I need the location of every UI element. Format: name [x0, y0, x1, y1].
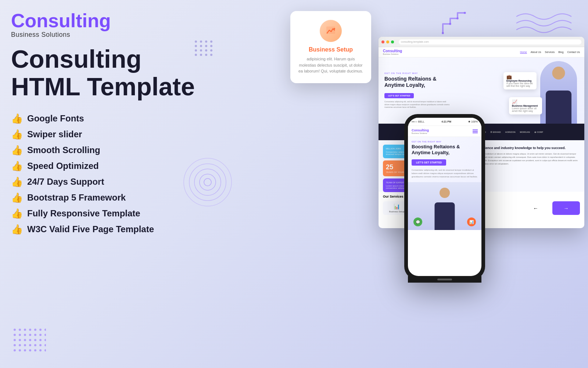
card-employee-icon: 💼	[506, 74, 534, 79]
browser-dot-yellow	[386, 40, 389, 43]
feature-item-6: 👍 Bootstrap 5 Framework	[11, 191, 217, 205]
hamburger-menu[interactable]	[473, 130, 478, 133]
left-panel: Consulting Business Solutions Consulting…	[11, 11, 217, 237]
service-card-nav-prev[interactable]: ←	[522, 201, 549, 215]
phone-status-left: •••○○ BELL	[412, 120, 424, 123]
thumb-icon-6: 👍	[11, 192, 23, 204]
phone-person-area: 💬 📊	[408, 182, 481, 230]
phone-icon-orange: 📊	[467, 217, 476, 226]
feature-item-7: 👍 Fully Responsive Template	[11, 206, 217, 221]
deco-dots-bottom	[13, 328, 46, 355]
phone-status-right: ✱ 100%	[468, 120, 478, 123]
feature-item-1: 👍 Google Fonts	[11, 112, 217, 126]
phone-status-bar: •••○○ BELL 4:21 PM ✱ 100%	[408, 118, 481, 126]
feature-item-2: 👍 Swiper slider	[11, 127, 217, 142]
phone-hero-title: Boosting Reltaions & Anytime Loyalty,	[412, 144, 478, 155]
service-card-nav-next[interactable]: →	[552, 201, 580, 215]
nav-link-contact: Contact Us	[567, 51, 580, 54]
partner-2: ⚙ BRAND	[490, 131, 501, 133]
nav-link-about: About Us	[531, 51, 541, 54]
svg-rect-1	[13, 328, 46, 354]
phone-nav: Consulting Business Solutions	[408, 126, 481, 137]
browser-dot-green	[391, 40, 394, 43]
site-hero: GET ON THE RIGHT WAY Boosting Reltaions …	[379, 57, 584, 124]
main-title: Consulting HTML Template	[11, 45, 217, 100]
nav-link-blog: Blog	[558, 51, 563, 54]
hamburger-line-3	[473, 132, 478, 133]
phone-hero: GET ON THE RIGHT WAY Boosting Reltaions …	[408, 137, 481, 182]
thumb-icon-8: 👍	[11, 224, 23, 235]
feature-label-4: Speed Optimized	[27, 161, 99, 171]
feature-item-4: 👍 Speed Optimized	[11, 159, 217, 173]
feature-item-8: 👍 W3C Valid Five Page Template	[11, 222, 217, 237]
feature-label-1: Google Fonts	[27, 113, 84, 124]
feature-item-3: 👍 Smooth Scrolling	[11, 143, 217, 158]
logo-subtitle: Business Solutions	[11, 31, 217, 39]
phone-home-circle	[437, 279, 452, 280]
thumb-icon-2: 👍	[11, 129, 23, 140]
thumb-icon-7: 👍	[11, 208, 23, 219]
site-nav: Consulting Business Solutions Home About…	[379, 47, 584, 57]
partner-logos: ✈ LOGO ⚙ BRAND HORIZON MORGAN ◈ CORP	[477, 131, 543, 133]
phone-cta-button[interactable]: LET'S GET STARTED	[412, 159, 446, 166]
browser-bar: consulting-template.com	[379, 37, 584, 47]
nav-link-home: Home	[520, 51, 527, 54]
thumb-icon-1: 👍	[11, 113, 23, 124]
site-nav-links: Home About Us Services Blog Contact Us	[520, 51, 580, 54]
hamburger-line-1	[473, 130, 478, 130]
phone-time: 4:21 PM	[441, 120, 451, 123]
floating-card-text: adipisicing elit. Harum quis molestias d…	[298, 56, 364, 74]
hamburger-line-2	[473, 131, 478, 132]
logo-brand: Consulting	[11, 11, 217, 30]
partner-5: ◈ CORP	[534, 131, 543, 133]
partner-3: HORIZON	[505, 131, 516, 133]
partner-4: MORGAN	[520, 131, 530, 133]
right-panel: Business Setup adipisicing elit. Harum q…	[202, 0, 588, 368]
floating-card: Business Setup adipisicing elit. Harum q…	[290, 11, 371, 83]
browser-dot-red	[381, 40, 384, 43]
site-nav-logo: Consulting Business Solutions	[383, 49, 402, 55]
feature-label-3: Smooth Scrolling	[27, 145, 100, 155]
feature-label-7: Fully Responsive Template	[27, 208, 140, 219]
nav-link-services: Services	[545, 51, 555, 54]
feature-label-6: Bootstrap 5 Framework	[27, 192, 126, 203]
phone-person-body	[435, 202, 455, 230]
site-card-mgmt: 📈 Business Management Lorem ipsum dolor …	[509, 97, 542, 114]
features-list: 👍 Google Fonts 👍 Swiper slider 👍 Smooth …	[11, 112, 217, 237]
phone-hero-desc: Consectetur adipiscing elit, sed do eius…	[412, 169, 478, 178]
svg-point-12	[334, 28, 335, 29]
feature-item-5: 👍 24/7 Days Support	[11, 175, 217, 189]
phone-screen: •••○○ BELL 4:21 PM ✱ 100% Consulting Bus…	[408, 118, 481, 276]
phone-person-head	[440, 188, 450, 198]
thumb-icon-5: 👍	[11, 176, 23, 188]
browser-url-bar: consulting-template.com	[399, 39, 581, 45]
phone-icon-green: 💬	[413, 217, 422, 226]
floating-card-title: Business Setup	[298, 46, 364, 53]
feature-label-5: 24/7 Days Support	[27, 177, 104, 187]
phone-nav-brand: Consulting Business Solutions	[412, 128, 429, 134]
logo-area: Consulting Business Solutions	[11, 11, 217, 39]
thumb-icon-4: 👍	[11, 160, 23, 172]
site-hero-eyebrow: GET ON THE RIGHT WAY	[384, 72, 578, 74]
site-hero-title: Boosting Reltaions & Anytime Loyalty,	[384, 76, 578, 88]
phone-eyebrow: GET ON THE RIGHT WAY	[412, 141, 478, 143]
phone-home-indicator	[408, 276, 481, 283]
feature-label-8: W3C Valid Five Page Template	[27, 224, 154, 234]
card-mgmt-icon: 📈	[512, 99, 539, 105]
site-cta-button[interactable]: LET'S GET STARTED	[384, 93, 414, 98]
site-card-employee: 💼 Employee Resourcing If you have the id…	[503, 72, 537, 89]
feature-label-2: Swiper slider	[27, 129, 82, 139]
business-setup-icon	[320, 20, 342, 42]
site-hero-desc: Consectetur adipiscing elit, sed do eius…	[384, 100, 451, 109]
site-hero-text: GET ON THE RIGHT WAY Boosting Reltaions …	[384, 72, 578, 109]
phone-mockup: •••○○ BELL 4:21 PM ✱ 100% Consulting Bus…	[404, 114, 485, 280]
thumb-icon-3: 👍	[11, 145, 23, 156]
